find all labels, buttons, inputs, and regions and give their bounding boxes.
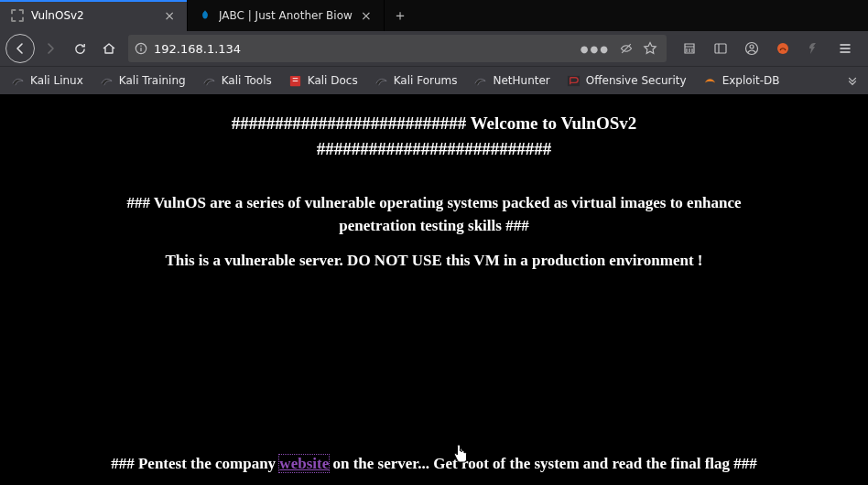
- downloads-button[interactable]: [676, 35, 703, 62]
- sidebar-button[interactable]: [707, 35, 734, 62]
- kali-icon: [100, 74, 114, 88]
- drupal-favicon-icon: [199, 9, 212, 22]
- site-info-icon[interactable]: [128, 42, 154, 55]
- kali-icon: [202, 74, 216, 88]
- kali-icon: [374, 74, 388, 88]
- extension-icon-1[interactable]: [769, 35, 797, 62]
- challenge-text: ### Pentest the company website on the s…: [0, 455, 868, 473]
- forward-button: [37, 35, 64, 62]
- account-button[interactable]: [738, 35, 765, 62]
- kali-icon: [473, 74, 487, 88]
- bookmarks-overflow-button[interactable]: [841, 74, 864, 87]
- bookmark-kali-linux[interactable]: Kali Linux: [4, 74, 91, 88]
- tab-title: VulnOSv2: [31, 9, 156, 22]
- svg-rect-3: [715, 44, 726, 53]
- favicon-placeholder-icon: [11, 9, 24, 22]
- bookmark-kali-tools[interactable]: Kali Tools: [195, 74, 279, 88]
- nav-toolbar: 192.168.1.134 ●●●: [0, 31, 868, 66]
- new-tab-button[interactable]: ＋: [385, 0, 416, 31]
- home-button[interactable]: [95, 35, 123, 62]
- svg-point-5: [750, 45, 754, 48]
- url-bar[interactable]: 192.168.1.134 ●●●: [128, 35, 667, 62]
- bookmark-kali-docs[interactable]: Kali Docs: [281, 74, 365, 88]
- offsec-icon: [567, 74, 580, 88]
- page-heading: ########################### Welcome to V…: [24, 111, 844, 161]
- close-tab-icon[interactable]: ×: [163, 9, 176, 22]
- back-button[interactable]: [5, 34, 35, 63]
- hamburger-menu-button[interactable]: [831, 35, 859, 62]
- bookmark-kali-forums[interactable]: Kali Forums: [367, 74, 465, 88]
- page-actions-icon[interactable]: ●●●: [580, 44, 610, 54]
- browser-tab-active[interactable]: VulnOSv2 ×: [0, 0, 188, 31]
- urlbar-right-icons: ●●●: [571, 41, 667, 56]
- bookmark-exploit-db[interactable]: Exploit-DB: [696, 74, 787, 88]
- tab-bar: VulnOSv2 × JABC | Just Another Biow × ＋: [0, 0, 868, 31]
- reload-button[interactable]: [66, 35, 93, 62]
- kali-icon: [11, 74, 25, 88]
- bookmark-kali-training[interactable]: Kali Training: [92, 74, 193, 88]
- toolbar-right-icons: [672, 35, 863, 62]
- bookmarks-bar: Kali Linux Kali Training Kali Tools Kali…: [0, 66, 868, 94]
- red-book-icon: [288, 74, 302, 88]
- extension-icon-2[interactable]: [800, 35, 828, 62]
- bookmark-nethunter[interactable]: NetHunter: [466, 74, 557, 88]
- reader-mode-icon[interactable]: [619, 41, 634, 56]
- bookmark-star-icon[interactable]: [643, 41, 657, 56]
- page-content: ########################### Welcome to V…: [0, 94, 868, 485]
- website-link[interactable]: website: [279, 455, 329, 472]
- bookmark-offensive-security[interactable]: Offensive Security: [559, 74, 694, 88]
- tab-title: JABC | Just Another Biow: [219, 9, 353, 22]
- warning-text: This is a vulnerable server. DO NOT USE …: [24, 252, 844, 270]
- exploitdb-icon: [703, 74, 717, 88]
- intro-text: ### VulnOS are a series of vulnerable op…: [24, 192, 844, 237]
- url-text: 192.168.1.134: [154, 42, 571, 56]
- close-tab-icon[interactable]: ×: [360, 9, 373, 22]
- browser-tab[interactable]: JABC | Just Another Biow ×: [188, 0, 385, 31]
- svg-rect-1: [140, 48, 141, 51]
- svg-rect-2: [140, 46, 141, 47]
